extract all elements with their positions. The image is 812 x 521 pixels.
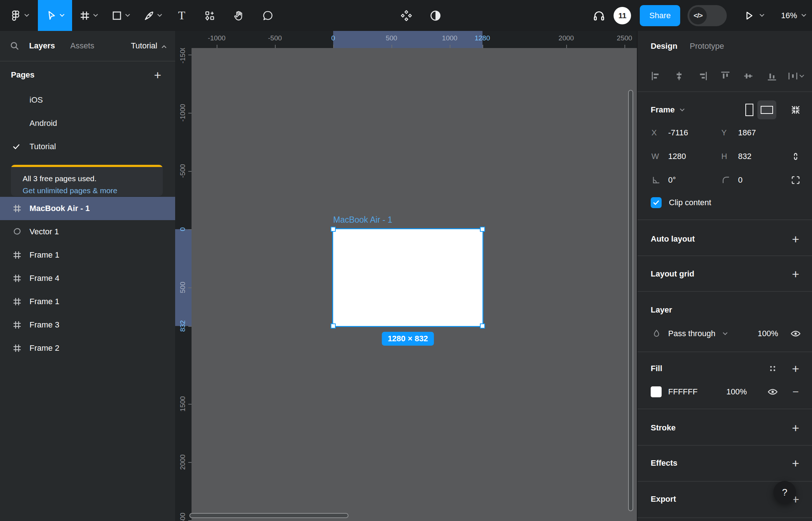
frame-title-label[interactable]: MacBook Air - 1 [333,215,392,225]
layer-row[interactable]: Frame 2 [0,337,175,360]
align-top-icon[interactable] [720,70,731,82]
ruler-tick-label: 500 [179,282,187,293]
page-selector[interactable]: Tutorial [131,41,166,51]
tab-assets[interactable]: Assets [70,41,94,51]
align-bottom-icon[interactable] [766,70,778,82]
pages-list: iOSAndroidTutorial [0,88,175,158]
layer-row[interactable]: MacBook Air - 1 [0,197,175,220]
layer-row[interactable]: Frame 3 [0,313,175,337]
ruler-tick-label: 500 [386,34,397,42]
mask-icon[interactable] [429,9,442,22]
styles-icon[interactable] [766,363,779,374]
independent-corners-icon[interactable] [789,175,802,186]
tab-layers[interactable]: Layers [29,41,55,51]
blend-mode-dropdown[interactable]: Pass through [668,329,716,338]
constrain-proportions-icon[interactable] [789,151,802,162]
frame-type-dropdown[interactable]: Frame [651,105,675,115]
rotation-input[interactable]: 0° [668,175,676,185]
align-right-icon[interactable] [697,70,708,82]
zoom-menu[interactable]: 16% [781,11,805,20]
page-item[interactable]: Android [0,112,175,135]
page-item[interactable]: Tutorial [0,135,175,158]
horizontal-ruler[interactable]: -1000-50005001000128020002500 [175,31,637,48]
align-left-icon[interactable] [650,70,662,82]
present-button[interactable] [744,10,764,21]
add-effect-button[interactable]: + [789,456,802,470]
hand-tool-button[interactable] [224,0,253,31]
create-component-icon[interactable] [400,9,413,22]
fill-hex-input[interactable]: FFFFFF [668,387,698,397]
add-stroke-button[interactable]: + [789,421,802,435]
fill-visibility-eye-icon[interactable] [766,386,779,397]
ruler-selection-range [175,229,192,326]
comment-tool-button[interactable] [253,0,283,31]
huddle-headphones-icon[interactable] [592,9,606,22]
layer-row[interactable]: Frame 1 [0,290,175,313]
ruler-tick-label: 2500 [179,513,187,521]
align-vertical-centers-icon[interactable] [742,70,754,82]
selection-handle-sw[interactable] [331,323,336,329]
resize-to-fit-icon[interactable] [789,104,802,115]
fill-color-swatch[interactable] [651,386,662,397]
chevron-down-icon [93,12,98,17]
vertical-scrollbar[interactable] [628,90,633,511]
chevron-down-icon [801,12,806,17]
portrait-orientation-button[interactable] [744,104,755,116]
layer-visibility-eye-icon[interactable] [789,328,802,339]
distribute-spacing-icon[interactable] [787,70,804,82]
dev-mode-code-icon: </> [689,7,707,24]
chevron-down-icon [157,12,162,17]
x-input[interactable]: -7116 [668,128,688,138]
pen-icon [143,10,155,21]
help-button[interactable]: ? [773,481,796,504]
add-page-button[interactable]: + [151,68,164,81]
canvas[interactable]: MacBook Air - 1 1280 × 832 -1000-5000500… [175,31,637,521]
layer-row[interactable]: Vector 1 [0,220,175,243]
text-tool-button[interactable]: T [168,0,195,31]
tab-prototype[interactable]: Prototype [690,41,724,51]
selection-handle-ne[interactable] [480,227,485,232]
shape-tool-button[interactable] [104,0,136,31]
tab-design[interactable]: Design [651,41,677,51]
selection-handle-nw[interactable] [331,227,336,232]
layer-row[interactable]: Frame 4 [0,267,175,290]
zoom-level: 16% [781,11,797,20]
corner-radius-input[interactable]: 0 [738,175,742,185]
actions-tool-button[interactable] [195,0,224,31]
pen-tool-button[interactable] [136,0,168,31]
landscape-orientation-button[interactable] [757,100,776,119]
add-auto-layout-button[interactable]: + [789,232,802,246]
figma-logo-icon [9,9,22,22]
upgrade-banner[interactable]: All 3 free pages used. Get unlimited pag… [11,165,163,196]
frame-tool-button[interactable] [72,0,104,31]
fill-opacity-input[interactable]: 100% [716,387,747,397]
width-input[interactable]: 1280 [668,152,686,161]
height-input[interactable]: 832 [738,152,752,161]
layer-row[interactable]: Frame 1 [0,243,175,267]
selection-handle-se[interactable] [480,323,485,329]
add-fill-button[interactable]: + [789,362,802,376]
y-input[interactable]: 1867 [738,128,756,138]
move-tool-button[interactable] [38,0,72,31]
layer-opacity-input[interactable]: 100% [747,329,778,338]
remove-fill-button[interactable]: − [789,386,802,398]
horizontal-scrollbar[interactable] [189,513,348,518]
vertical-ruler[interactable]: -1500-1000-5000500832150020002500 [175,31,192,521]
rectangle-icon [111,10,123,21]
clip-content-checkbox[interactable] [651,197,662,208]
auto-layout-header: Auto layout [651,234,695,244]
dev-mode-toggle[interactable]: </> [687,5,727,26]
page-item[interactable]: iOS [0,88,175,112]
layer-name: Vector 1 [29,227,59,236]
banner-upgrade-link[interactable]: Get unlimited pages & more [23,186,163,195]
align-horizontal-centers-icon[interactable] [673,70,685,82]
left-sidebar: Layers Assets Tutorial Pages + iOSAndroi… [0,31,175,521]
avatar[interactable]: 11 [614,7,631,24]
chevron-down-icon [24,12,29,17]
chevron-down-icon [760,12,764,17]
artboard[interactable] [333,229,482,326]
search-icon[interactable] [0,40,29,51]
main-menu-button[interactable] [0,0,38,31]
add-layout-grid-button[interactable]: + [789,267,802,281]
share-button[interactable]: Share [640,5,680,26]
